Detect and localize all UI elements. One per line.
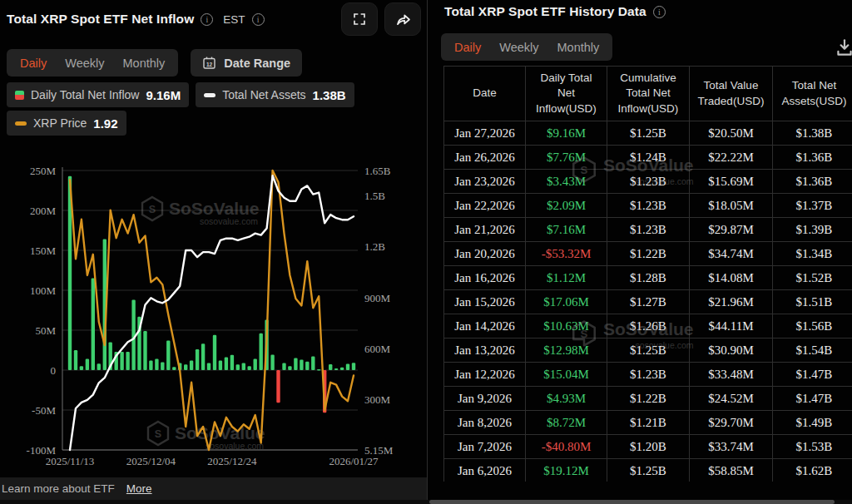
svg-text:2025/12/04: 2025/12/04 bbox=[126, 455, 176, 467]
share-icon bbox=[394, 11, 412, 28]
fullscreen-button[interactable] bbox=[341, 2, 378, 36]
svg-text:200M: 200M bbox=[30, 205, 57, 217]
table-row: Jan 26,2026$7.76M$1.24B$22.22M$1.36B bbox=[444, 146, 852, 170]
svg-text:2025/11/13: 2025/11/13 bbox=[46, 455, 95, 467]
table-row: Jan 23,2026$3.43M$1.23B$15.69M$1.36B bbox=[444, 170, 852, 194]
history-title: Total XRP Spot ETF History Data bbox=[444, 4, 646, 19]
cell-date: Jan 16,2026 bbox=[444, 266, 526, 290]
legend-chip-price[interactable]: XRP Price 1.92 bbox=[7, 111, 126, 136]
cell-value: $17.06M bbox=[526, 290, 607, 314]
est-info-icon[interactable]: i bbox=[252, 13, 265, 26]
price-legend-icon bbox=[15, 121, 27, 126]
share-button[interactable] bbox=[384, 2, 421, 36]
history-tab-monthly[interactable]: Monthly bbox=[557, 41, 600, 54]
cell-value: $1.28B bbox=[607, 266, 690, 290]
cell-value: $1.49B bbox=[773, 411, 852, 435]
cell-value: $12.98M bbox=[526, 338, 607, 363]
history-tab-weekly[interactable]: Weekly bbox=[499, 41, 538, 54]
svg-text:100M: 100M bbox=[30, 284, 57, 297]
legend-label: Daily Total Net Inflow bbox=[31, 88, 139, 101]
cell-value: $29.70M bbox=[690, 411, 773, 435]
cell-value: $10.63M bbox=[526, 314, 607, 338]
cell-value: $21.96M bbox=[690, 290, 773, 314]
tab-weekly[interactable]: Weekly bbox=[65, 57, 104, 70]
date-range-button[interactable]: 12 Date Range bbox=[191, 49, 302, 77]
inflow-chart-svg: 250M200M150M100M50M0-50M-100M1.65B1.5B1.… bbox=[0, 158, 427, 477]
history-info-icon[interactable]: i bbox=[653, 6, 666, 18]
cell-value: $1.47B bbox=[773, 363, 852, 387]
table-row: Jan 22,2026$2.09M$1.23B$18.05M$1.37B bbox=[444, 194, 852, 218]
cell-value: $33.74M bbox=[690, 435, 773, 459]
cell-value: $18.05M bbox=[690, 194, 773, 218]
cell-value: $7.16M bbox=[526, 218, 607, 242]
table-row: Jan 6,2026$19.12M$1.25B$58.85M$1.62B bbox=[444, 459, 852, 482]
cell-value: $1.24B bbox=[607, 146, 690, 170]
legend-chip-inflow[interactable]: Daily Total Net Inflow 9.16M bbox=[7, 82, 189, 107]
legend-row-2: XRP Price 1.92 bbox=[7, 111, 126, 136]
horizontal-scrollbar-track bbox=[0, 500, 852, 504]
date-range-label: Date Range bbox=[224, 57, 290, 70]
cell-value: $1.23B bbox=[607, 170, 690, 194]
cell-value: $1.22B bbox=[607, 242, 690, 266]
svg-text:1.65B: 1.65B bbox=[364, 165, 391, 177]
cell-value: $1.20B bbox=[607, 435, 690, 459]
table-row: Jan 7,2026-$40.80M$1.20B$33.74M$1.53B bbox=[444, 435, 852, 459]
cell-value: $34.74M bbox=[690, 242, 773, 266]
cell-value: $1.22B bbox=[607, 387, 690, 411]
svg-text:12: 12 bbox=[206, 62, 213, 67]
cell-value: $1.23B bbox=[607, 363, 690, 387]
cell-date: Jan 7,2026 bbox=[444, 435, 526, 459]
svg-text:-50M: -50M bbox=[32, 404, 56, 417]
tab-monthly[interactable]: Monthly bbox=[123, 57, 166, 70]
cell-value: $9.16M bbox=[526, 121, 607, 146]
more-link[interactable]: More bbox=[126, 482, 152, 495]
svg-text:S: S bbox=[149, 204, 156, 215]
legend-label: XRP Price bbox=[33, 116, 87, 130]
cell-value: -$53.32M bbox=[526, 242, 607, 266]
cell-date: Jan 13,2026 bbox=[444, 338, 526, 363]
tab-daily[interactable]: Daily bbox=[20, 57, 47, 70]
cell-value: $58.85M bbox=[690, 459, 773, 482]
svg-text:0: 0 bbox=[51, 364, 57, 377]
table-row: Jan 15,2026$17.06M$1.27B$21.96M$1.51B bbox=[444, 290, 852, 314]
cell-date: Jan 21,2026 bbox=[444, 218, 526, 242]
legend-value: 1.92 bbox=[93, 116, 117, 131]
fullscreen-icon bbox=[352, 12, 367, 27]
cell-value: $7.76M bbox=[526, 146, 607, 170]
horizontal-scrollbar-thumb[interactable] bbox=[429, 500, 835, 504]
cell-value: $1.23B bbox=[607, 194, 690, 218]
svg-text:2025/12/24: 2025/12/24 bbox=[207, 455, 257, 467]
cell-date: Jan 27,2026 bbox=[444, 121, 526, 146]
download-button[interactable] bbox=[834, 37, 852, 62]
cell-value: $15.04M bbox=[526, 363, 607, 387]
svg-text:1.5B: 1.5B bbox=[364, 190, 385, 202]
cell-value: $1.36B bbox=[773, 146, 852, 170]
title-info-icon[interactable]: i bbox=[201, 13, 213, 26]
svg-text:2026/01/27: 2026/01/27 bbox=[329, 455, 379, 467]
cell-value: $33.48M bbox=[690, 363, 773, 387]
legend-row-1: Daily Total Net Inflow 9.16M Total Net A… bbox=[7, 82, 354, 107]
col-header-value-traded: Total Value Traded(USD) bbox=[690, 67, 773, 121]
cell-value: $30.90M bbox=[690, 338, 773, 363]
cell-value: $24.52M bbox=[690, 387, 773, 411]
history-table-wrap[interactable]: Date Daily Total Net Inflow(USD) Cumulat… bbox=[443, 66, 852, 482]
cell-date: Jan 15,2026 bbox=[444, 290, 526, 314]
history-tab-daily[interactable]: Daily bbox=[454, 41, 481, 54]
cell-value: $1.53B bbox=[773, 435, 852, 459]
history-table-body: Jan 27,2026$9.16M$1.25B$20.50M$1.38BJan … bbox=[444, 121, 852, 482]
legend-chip-assets[interactable]: Total Net Assets 1.38B bbox=[196, 82, 354, 107]
table-row: Jan 9,2026$4.93M$1.22B$24.52M$1.47B bbox=[444, 387, 852, 411]
inflow-chart[interactable]: 250M200M150M100M50M0-50M-100M1.65B1.5B1.… bbox=[0, 158, 427, 477]
svg-text:SoSoValue: SoSoValue bbox=[169, 199, 260, 218]
svg-text:S: S bbox=[155, 428, 161, 440]
cell-value: $1.56B bbox=[773, 314, 852, 338]
cell-value: $44.11M bbox=[690, 314, 773, 338]
download-icon bbox=[834, 37, 852, 58]
cell-value: $1.26B bbox=[607, 314, 690, 338]
cell-value: $1.52B bbox=[773, 266, 852, 290]
cell-value: $1.27B bbox=[607, 290, 690, 314]
cell-value: $1.25B bbox=[607, 338, 690, 363]
history-table: Date Daily Total Net Inflow(USD) Cumulat… bbox=[443, 66, 852, 482]
learn-more-text: Learn more about ETF bbox=[2, 482, 115, 495]
col-header-date: Date bbox=[444, 67, 526, 121]
